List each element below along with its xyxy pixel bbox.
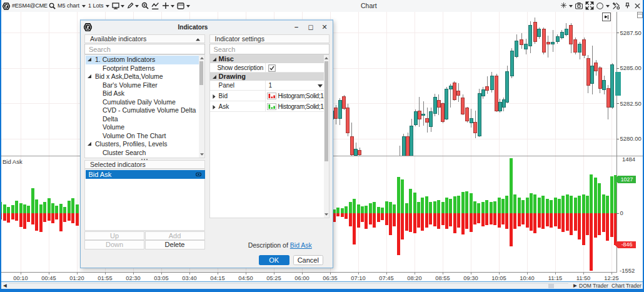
svg-text:08:55: 08:55 (435, 275, 450, 281)
svg-text:07:45: 07:45 (379, 275, 393, 281)
svg-text:04:50: 04:50 (238, 275, 253, 281)
svg-text:5285.00: 5285.00 (620, 64, 641, 71)
svg-text:08:20: 08:20 (407, 275, 421, 281)
svg-text:Bid Ask: Bid Ask (3, 158, 23, 165)
svg-text:00:10: 00:10 (13, 275, 28, 281)
svg-text:01:55: 01:55 (98, 275, 112, 281)
svg-text:5280.00: 5280.00 (620, 135, 641, 142)
svg-text:-1552: -1552 (620, 267, 635, 274)
svg-text:09:30: 09:30 (463, 275, 478, 281)
svg-text:01:20: 01:20 (69, 275, 84, 281)
svg-text:07:10: 07:10 (351, 275, 365, 281)
svg-text:00:45: 00:45 (41, 275, 56, 281)
svg-text:11:15: 11:15 (548, 275, 563, 281)
svg-text:05:25: 05:25 (266, 275, 281, 281)
svg-text:1484: 1484 (622, 156, 635, 163)
svg-text:11:50: 11:50 (576, 275, 591, 281)
svg-text:04:15: 04:15 (210, 275, 224, 281)
svg-text:03:05: 03:05 (154, 275, 168, 281)
svg-text:03:40: 03:40 (182, 275, 196, 281)
svg-text:06:35: 06:35 (323, 275, 337, 281)
svg-text:-846: -846 (621, 241, 633, 248)
svg-text:12:25: 12:25 (604, 275, 618, 281)
svg-text:02:30: 02:30 (126, 275, 140, 281)
svg-text:10:05: 10:05 (491, 275, 506, 281)
svg-text:0: 0 (620, 209, 623, 216)
svg-text:5282.50: 5282.50 (620, 100, 641, 107)
svg-text:1027: 1027 (621, 176, 633, 183)
svg-text:10:40: 10:40 (520, 275, 534, 281)
svg-text:06:00: 06:00 (294, 275, 309, 281)
svg-text:5287.50: 5287.50 (620, 29, 641, 36)
